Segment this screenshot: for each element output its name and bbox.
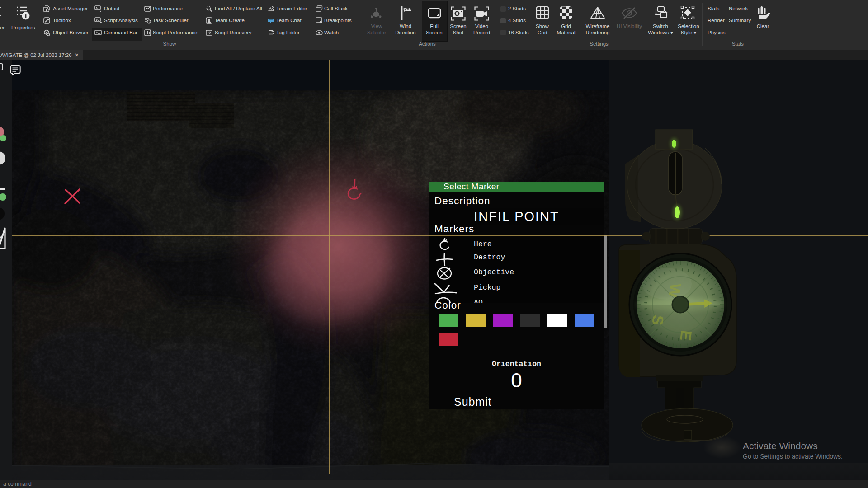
svg-text:E: E bbox=[677, 329, 695, 342]
svg-text:S: S bbox=[649, 314, 667, 326]
